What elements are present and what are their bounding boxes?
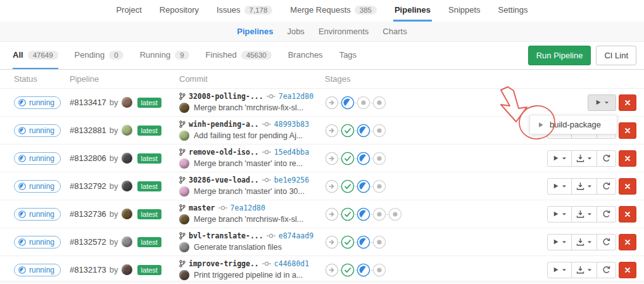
stage-icon-skipped[interactable] bbox=[325, 179, 339, 193]
status-badge[interactable]: running bbox=[14, 124, 61, 137]
play-dropdown-button[interactable] bbox=[547, 178, 572, 195]
cancel-pipeline-button[interactable] bbox=[619, 122, 636, 139]
tab-tags[interactable]: Tags bbox=[339, 42, 357, 69]
stage-icon-success[interactable] bbox=[341, 235, 355, 249]
stage-icon-created[interactable] bbox=[372, 96, 386, 110]
stage-icon-skipped[interactable] bbox=[325, 152, 339, 165]
stage-icon-running[interactable] bbox=[357, 179, 370, 193]
user-avatar[interactable] bbox=[122, 209, 132, 219]
user-avatar[interactable] bbox=[122, 97, 132, 108]
stage-icon-success[interactable] bbox=[341, 263, 355, 277]
status-badge[interactable]: running bbox=[14, 264, 61, 276]
play-dropdown-button[interactable] bbox=[547, 206, 572, 223]
stage-icon-success[interactable] bbox=[341, 207, 355, 221]
commit-message[interactable]: Merge branch 'master' into re... bbox=[194, 159, 303, 168]
stage-icon-created[interactable] bbox=[372, 179, 386, 193]
status-badge[interactable]: running bbox=[14, 96, 61, 109]
stage-icon-running[interactable] bbox=[357, 263, 370, 277]
branch-name-link[interactable]: 32008-polling-... bbox=[189, 92, 263, 101]
stage-icon-created[interactable] bbox=[372, 152, 386, 165]
commit-message[interactable]: Generate translation files bbox=[194, 243, 282, 252]
commit-sha-link[interactable]: 7ea12d80 bbox=[230, 203, 265, 212]
pipeline-id-link[interactable]: #8132881 bbox=[70, 126, 106, 135]
retry-pipeline-button[interactable] bbox=[597, 206, 616, 223]
status-badge[interactable]: running bbox=[14, 236, 61, 248]
top-nav-merge-requests[interactable]: Merge Requests385 bbox=[289, 0, 378, 22]
commit-message[interactable]: Merge branch 'mrchrisw-fix-sl... bbox=[194, 103, 303, 112]
top-nav-snippets[interactable]: Snippets bbox=[447, 0, 482, 22]
branch-name-link[interactable]: master bbox=[189, 203, 215, 212]
stage-icon-success[interactable] bbox=[341, 124, 355, 138]
commit-message[interactable]: Merge branch 'mrchrisw-fix-sl... bbox=[194, 215, 303, 224]
status-badge[interactable]: running bbox=[14, 180, 61, 193]
stage-icon-created[interactable] bbox=[372, 124, 386, 138]
commit-sha-link[interactable]: 7ea12d80 bbox=[279, 92, 313, 101]
retry-pipeline-button[interactable] bbox=[597, 150, 616, 167]
commit-sha-link[interactable]: be1e9256 bbox=[274, 176, 309, 184]
pipeline-id-link[interactable]: #8132736 bbox=[70, 209, 106, 219]
pipeline-id-link[interactable]: #8132792 bbox=[70, 181, 106, 191]
tab-all[interactable]: All47649 bbox=[13, 42, 58, 69]
sub-nav-pipelines[interactable]: Pipelines bbox=[237, 27, 273, 36]
branch-name-link[interactable]: improve-trigge.. bbox=[189, 259, 259, 268]
stage-icon-skipped[interactable] bbox=[325, 124, 339, 138]
tab-branches[interactable]: Branches bbox=[288, 42, 323, 69]
retry-pipeline-button[interactable] bbox=[597, 178, 616, 195]
user-avatar[interactable] bbox=[122, 264, 132, 275]
commit-sha-link[interactable]: 15ed4bba bbox=[274, 148, 309, 157]
user-avatar[interactable] bbox=[122, 125, 132, 136]
tab-pending[interactable]: Pending0 bbox=[75, 42, 123, 69]
retry-pipeline-button[interactable] bbox=[597, 234, 616, 250]
user-avatar[interactable] bbox=[122, 236, 132, 247]
stage-icon-running[interactable] bbox=[357, 235, 370, 249]
play-dropdown-button[interactable] bbox=[547, 234, 572, 250]
sub-nav-charts[interactable]: Charts bbox=[382, 27, 407, 36]
pipeline-id-link[interactable]: #8132806 bbox=[70, 153, 106, 163]
cancel-pipeline-button[interactable] bbox=[619, 234, 636, 250]
stage-icon-running[interactable] bbox=[357, 207, 370, 221]
download-artifacts-button[interactable] bbox=[571, 234, 597, 250]
top-nav-pipelines[interactable]: Pipelines bbox=[393, 0, 432, 22]
top-nav-issues[interactable]: Issues7,178 bbox=[215, 0, 274, 22]
stage-icon-running[interactable] bbox=[357, 124, 370, 138]
cancel-pipeline-button[interactable] bbox=[619, 206, 636, 223]
ci-lint-button[interactable]: CI Lint bbox=[596, 46, 636, 65]
play-dropdown-button[interactable] bbox=[547, 262, 572, 278]
commit-sha-link[interactable]: c44680d1 bbox=[274, 259, 309, 268]
branch-name-link[interactable]: winh-pending-a.. bbox=[189, 120, 259, 129]
commit-author-avatar[interactable] bbox=[179, 214, 189, 224]
retry-pipeline-button[interactable] bbox=[597, 262, 616, 278]
commit-message[interactable]: Add failing test for pending Aj... bbox=[194, 131, 303, 140]
stage-icon-skipped[interactable] bbox=[325, 235, 339, 249]
run-pipeline-button[interactable]: Run Pipeline bbox=[528, 46, 591, 65]
stage-icon-created[interactable] bbox=[372, 263, 386, 277]
pipeline-id-link[interactable]: #8133417 bbox=[70, 98, 106, 107]
cancel-pipeline-button[interactable] bbox=[619, 150, 636, 167]
commit-author-avatar[interactable] bbox=[179, 131, 189, 141]
stage-icon-created[interactable] bbox=[372, 207, 386, 221]
stage-icon-created[interactable] bbox=[388, 207, 402, 221]
commit-sha-link[interactable]: 48993b83 bbox=[274, 120, 309, 129]
download-artifacts-button[interactable] bbox=[571, 178, 597, 195]
download-artifacts-button[interactable] bbox=[571, 206, 597, 223]
commit-message[interactable]: Merge branch 'master' into 30... bbox=[194, 187, 305, 196]
cancel-pipeline-button[interactable] bbox=[619, 262, 636, 278]
stage-icon-skipped[interactable] bbox=[325, 96, 339, 110]
stage-icon-success[interactable] bbox=[341, 179, 355, 193]
download-artifacts-button[interactable] bbox=[571, 150, 597, 167]
user-avatar[interactable] bbox=[122, 153, 132, 164]
branch-name-link[interactable]: remove-old-iso.. bbox=[189, 148, 259, 157]
commit-author-avatar[interactable] bbox=[179, 242, 189, 252]
dropdown-item-build-package[interactable]: build-package bbox=[530, 117, 617, 132]
commit-sha-link[interactable]: e874aad9 bbox=[279, 231, 313, 240]
commit-message[interactable]: Print triggered pipeline id in a... bbox=[194, 271, 303, 280]
commit-author-avatar[interactable] bbox=[179, 186, 189, 197]
cancel-pipeline-button[interactable] bbox=[619, 178, 636, 195]
stage-icon-skipped[interactable] bbox=[325, 207, 339, 221]
stage-icon-created[interactable] bbox=[372, 235, 386, 249]
tab-running[interactable]: Running9 bbox=[140, 42, 189, 69]
sub-nav-jobs[interactable]: Jobs bbox=[287, 27, 304, 36]
stage-icon-running[interactable] bbox=[341, 96, 355, 110]
status-badge[interactable]: running bbox=[14, 208, 61, 221]
download-artifacts-button[interactable] bbox=[571, 262, 597, 278]
